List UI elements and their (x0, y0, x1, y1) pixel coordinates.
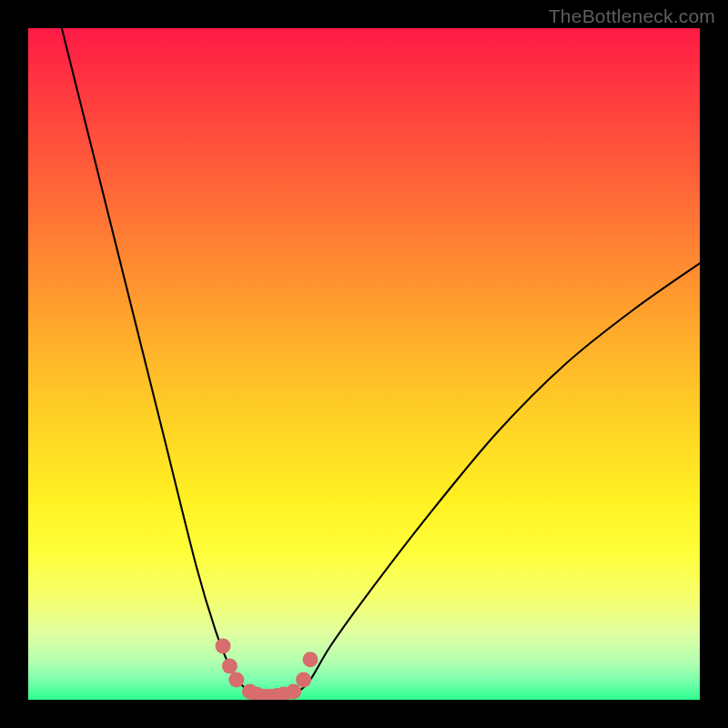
marker-dot (303, 652, 318, 667)
marker-dot (296, 672, 311, 687)
highlight-markers (216, 639, 318, 701)
marker-dot (222, 659, 238, 674)
chart-svg (28, 28, 700, 700)
marker-dot (228, 672, 244, 687)
marker-dot (216, 639, 231, 654)
marker-dot (286, 684, 301, 700)
plot-area (28, 28, 700, 700)
watermark-text: TheBottleneck.com (549, 5, 715, 27)
bottleneck-curve (62, 28, 700, 700)
chart-frame: TheBottleneck.com (0, 0, 728, 728)
